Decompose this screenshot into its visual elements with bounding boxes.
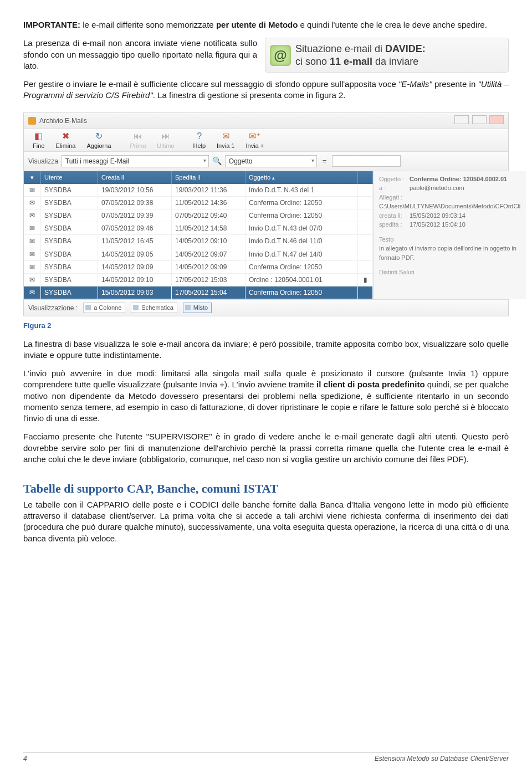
filter-input[interactable] (332, 155, 401, 167)
col-scroll (358, 171, 373, 184)
paragraph-4: La finestra di base visualizza le sole e… (23, 339, 509, 361)
status-bar: Visualizzazione : a Colonne Schematica M… (24, 299, 508, 316)
at-icon: @ (270, 45, 291, 66)
first-icon: ⏮ (134, 131, 142, 141)
table-row[interactable]: ✉SYSDBA11/05/2012 16:4514/05/2012 09:10I… (24, 235, 373, 248)
table-row[interactable]: ✉SYSDBA15/05/2012 09:0317/05/2012 15:04C… (24, 286, 373, 299)
page-footer: 4 Estensioni Metodo su Database Client/S… (23, 752, 509, 763)
grid-header: ▾ Utente Creata il Spedita il Oggetto (24, 171, 373, 184)
view-colonne-button[interactable]: a Colonne (83, 303, 125, 313)
col-creata[interactable]: Creata il (98, 171, 172, 184)
notification-line1: Situazione e-mail di DAVIDE: (295, 43, 500, 55)
paragraph-6: Facciamo presente che l'utente "SUPERVIS… (23, 431, 509, 465)
inviap-button[interactable]: ✉⁺Invia + (240, 129, 269, 151)
minimize-button[interactable] (454, 115, 469, 124)
filter-bar: Visualizza Tutti i mesaggi E-Mail 🔍 Ogge… (24, 152, 508, 171)
invia1-button[interactable]: ✉Invia 1 (211, 129, 240, 151)
figure-caption: Figura 2 (23, 321, 509, 331)
view-schematica-button[interactable]: Schematica (131, 303, 177, 313)
help-button[interactable]: ?Help (187, 129, 211, 151)
notification-panel: @ Situazione e-mail di DAVIDE: ci sono 1… (265, 38, 509, 73)
col-marker[interactable]: ▾ (24, 171, 41, 184)
table-row[interactable]: ✉SYSDBA14/05/2012 09:0914/05/2012 09:09C… (24, 261, 373, 274)
visualizza-combo[interactable]: Tutti i mesaggi E-Mail (62, 155, 209, 167)
page-number: 4 (23, 754, 27, 763)
search-icon: 🔍 (212, 156, 222, 166)
refresh-icon: ↻ (95, 131, 103, 141)
table-row[interactable]: ✉SYSDBA07/05/2012 09:3907/05/2012 09:40C… (24, 209, 373, 222)
archive-window: Archivio E-Mails ◧Fine ✖Elimina ↻Aggiorn… (23, 112, 509, 317)
window-title: Archivio E-Mails (39, 116, 87, 125)
email-grid[interactable]: ▾ Utente Creata il Spedita il Oggetto ✉S… (24, 171, 374, 300)
fine-button[interactable]: ◧Fine (27, 129, 50, 151)
help-icon: ? (197, 131, 202, 141)
detail-pane: Oggetto : Conferma Ordine: 120504.0002.0… (374, 171, 526, 300)
window-titlebar: Archivio E-Mails (24, 113, 508, 129)
close-button[interactable] (489, 115, 504, 124)
elimina-button[interactable]: ✖Elimina (50, 129, 81, 151)
oggetto-combo[interactable]: Oggetto (225, 155, 317, 167)
table-row[interactable]: ✉SYSDBA07/05/2012 09:3811/05/2012 14:36C… (24, 197, 373, 209)
viz-label: Visualizzazione : (28, 304, 78, 313)
paragraph-7: Le tabelle con il CAPPARIO delle poste e… (23, 499, 509, 544)
paragraph-importante: IMPORTANTE: le e-mail differite sono mem… (23, 19, 509, 30)
section-heading: Tabelle di supporto CAP, Banche, comuni … (23, 480, 509, 497)
exit-icon: ◧ (34, 131, 43, 141)
table-row[interactable]: ✉SYSDBA14/05/2012 09:0514/05/2012 09:07I… (24, 248, 373, 261)
primo-button[interactable]: ⏮Primo (125, 129, 152, 151)
delete-icon: ✖ (62, 131, 69, 141)
equals-label: = (320, 156, 329, 166)
last-icon: ⏭ (161, 131, 170, 141)
visualizza-label: Visualizza (28, 157, 58, 166)
view-misto-button[interactable]: Misto (183, 303, 212, 313)
table-row[interactable]: ✉SYSDBA19/03/2012 10:5619/03/2012 11:36I… (24, 184, 373, 197)
paragraph-5: L'invio può avvenire in due modi: limita… (23, 368, 509, 424)
maximize-button[interactable] (472, 115, 487, 124)
col-utente[interactable]: Utente (41, 171, 98, 184)
table-row[interactable]: ✉SYSDBA14/05/2012 09:1017/05/2012 15:03O… (24, 274, 373, 286)
aggiorna-button[interactable]: ↻Aggiorna (81, 129, 116, 151)
paragraph-gestione: Per gestire o inviare le e-mail è suffic… (23, 79, 509, 101)
table-row[interactable]: ✉SYSDBA07/05/2012 09:4611/05/2012 14:58I… (24, 222, 373, 235)
send-one-icon: ✉ (222, 131, 229, 141)
window-buttons (453, 115, 504, 126)
notification-line2: ci sono 11 e-mail da inviare (295, 55, 500, 68)
window-app-icon (28, 117, 36, 125)
col-spedita[interactable]: Spedita il (172, 171, 245, 184)
send-all-icon: ✉⁺ (249, 131, 260, 141)
col-oggetto[interactable]: Oggetto (245, 171, 358, 184)
footer-title: Estensioni Metodo su Database Client/Ser… (375, 754, 509, 763)
ultimo-button[interactable]: ⏭Ultimo (151, 129, 180, 151)
toolbar: ◧Fine ✖Elimina ↻Aggiorna ⏮Primo ⏭Ultimo … (24, 129, 508, 152)
